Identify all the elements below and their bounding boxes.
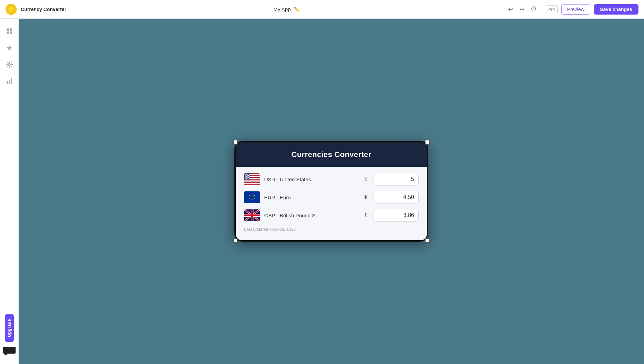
gbp-input[interactable]: [374, 209, 419, 222]
resize-handle-bl[interactable]: [233, 238, 238, 243]
topbar-center: My App ✏️: [71, 6, 503, 12]
svg-point-25: [245, 176, 245, 177]
my-app-label: My App: [274, 6, 291, 12]
flag-usd: [244, 173, 260, 185]
flag-eur: ★ ★ ★ ★ ★ ★ ★ ★ ★ ★ ★ ★: [244, 191, 260, 203]
svg-rect-1: [10, 28, 12, 31]
svg-rect-6: [9, 80, 10, 84]
sidebar: Upgrade: [0, 19, 19, 364]
svg-point-38: [250, 178, 251, 179]
eur-symbol: €: [363, 194, 369, 200]
resize-handle-br[interactable]: [425, 238, 430, 243]
topbar-divider: [542, 5, 542, 14]
svg-text:★: ★: [253, 198, 254, 200]
sidebar-item-chart[interactable]: [2, 74, 16, 88]
sidebar-bottom: Upgrade: [3, 314, 16, 358]
currency-row-eur: ★ ★ ★ ★ ★ ★ ★ ★ ★ ★ ★ ★: [244, 191, 419, 203]
main-layout: Upgrade Currencies Converter: [0, 19, 644, 364]
redo-button[interactable]: ↪: [518, 4, 526, 15]
svg-rect-14: [244, 183, 260, 184]
svg-point-33: [250, 177, 250, 178]
last-updated: Last updated on 2023/07/27: [244, 227, 419, 232]
svg-rect-0: [7, 28, 9, 31]
svg-point-32: [248, 177, 249, 178]
svg-rect-61: [244, 215, 260, 216]
svg-point-24: [250, 175, 250, 176]
currency-row-usd: USD - United States ... $: [244, 173, 419, 185]
edit-icon[interactable]: ✏️: [294, 7, 299, 12]
svg-point-31: [247, 177, 248, 178]
flag-gbp: [244, 209, 260, 221]
topbar-right: ↩ ↪ ⏱ </> Preview Save changes: [507, 4, 638, 15]
topbar: 🌟 Currency Converter My App ✏️ ↩ ↪ ⏱ </>…: [0, 0, 644, 19]
gbp-symbol: £: [363, 212, 369, 218]
widget-title: Currencies Converter: [292, 150, 372, 159]
svg-point-35: [246, 178, 247, 179]
widget-header: Currencies Converter: [236, 142, 427, 167]
svg-rect-12: [244, 180, 260, 181]
widget-wrapper: Currencies Converter: [234, 141, 428, 242]
save-button[interactable]: Save changes: [594, 4, 638, 15]
history-button[interactable]: ⏱: [529, 4, 538, 14]
svg-point-34: [245, 178, 245, 179]
upgrade-button[interactable]: Upgrade: [5, 314, 14, 342]
eur-input[interactable]: [374, 191, 419, 203]
currency-row-gbp: GBP - British Pound S... £: [244, 209, 419, 222]
sidebar-item-grid[interactable]: [2, 24, 16, 38]
svg-point-27: [248, 176, 248, 177]
sidebar-item-settings[interactable]: [2, 58, 16, 71]
svg-point-36: [248, 178, 248, 179]
svg-point-16: [245, 174, 245, 175]
svg-point-19: [249, 174, 250, 175]
svg-text:★: ★: [250, 198, 252, 200]
mascot-icon[interactable]: [3, 347, 16, 355]
svg-point-20: [250, 174, 251, 175]
svg-rect-13: [244, 181, 260, 182]
svg-rect-5: [7, 81, 8, 84]
widget-body: USD - United States ... $ ★: [236, 167, 427, 240]
app-name: Currency Converter: [21, 7, 66, 12]
gbp-label: GBP - British Pound S...: [264, 213, 358, 218]
undo-button[interactable]: ↩: [507, 4, 515, 15]
svg-point-22: [247, 175, 248, 176]
resize-handle-tr[interactable]: [425, 140, 430, 145]
canvas-area: Currencies Converter: [19, 19, 644, 364]
svg-text:★: ★: [253, 196, 254, 198]
svg-point-37: [249, 178, 250, 179]
resize-handle-tl[interactable]: [233, 140, 238, 145]
svg-point-4: [8, 63, 10, 66]
svg-rect-7: [11, 78, 12, 84]
svg-point-17: [246, 174, 247, 175]
code-button[interactable]: </>: [546, 5, 558, 13]
sidebar-item-pin[interactable]: [2, 41, 16, 55]
usd-input[interactable]: [374, 173, 419, 185]
svg-text:★: ★: [253, 194, 254, 196]
svg-text:★: ★: [250, 194, 252, 196]
svg-rect-2: [7, 32, 9, 34]
svg-point-30: [245, 177, 246, 178]
svg-text:★: ★: [250, 196, 251, 198]
svg-point-26: [246, 176, 247, 177]
currency-converter-widget: Currencies Converter: [234, 141, 428, 242]
eur-label: EUR - Euro: [264, 194, 358, 200]
svg-rect-3: [10, 32, 12, 34]
svg-point-29: [250, 176, 251, 177]
preview-button[interactable]: Preview: [561, 4, 590, 15]
usd-label: USD - United States ...: [264, 176, 358, 182]
svg-point-21: [245, 175, 246, 176]
svg-point-23: [248, 175, 249, 176]
usd-symbol: $: [363, 176, 369, 182]
svg-point-28: [249, 176, 250, 177]
app-logo: 🌟: [6, 4, 17, 15]
svg-point-18: [248, 174, 248, 175]
